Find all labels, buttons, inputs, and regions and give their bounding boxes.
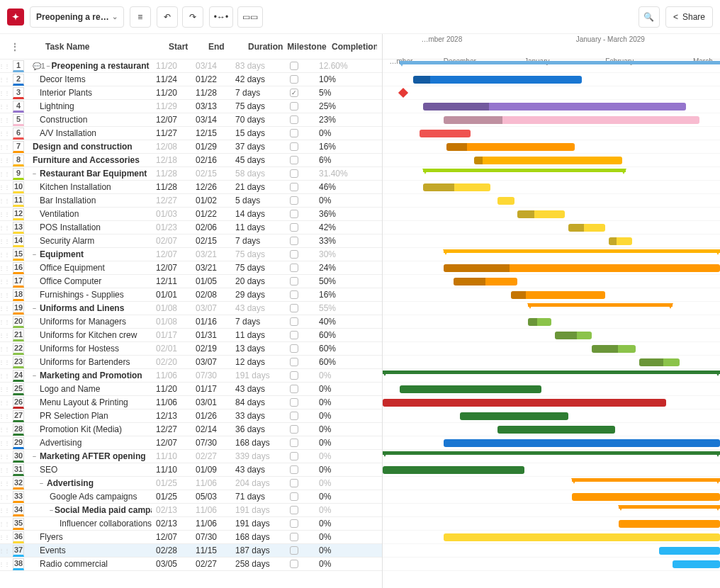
gantt-row[interactable] — [383, 342, 720, 356]
end-cell[interactable]: 11/06 — [191, 519, 231, 528]
drag-handle-icon[interactable]: ⋮⋮ — [0, 103, 9, 110]
milestone-checkbox[interactable] — [290, 465, 298, 474]
milestone-checkbox[interactable] — [290, 62, 298, 70]
task-name-cell[interactable]: Construction — [28, 115, 152, 125]
task-bar[interactable] — [446, 143, 575, 151]
end-cell[interactable]: 02/19 — [191, 344, 231, 354]
milestone-checkbox[interactable] — [290, 412, 298, 420]
start-cell[interactable]: 02/13 — [152, 519, 191, 528]
undo-button[interactable]: ↶ — [157, 6, 178, 28]
drag-handle-icon[interactable]: ⋮⋮ — [0, 521, 9, 527]
milestone-checkbox[interactable] — [290, 385, 298, 393]
task-name-cell[interactable]: Uniforms for Managers — [28, 317, 152, 327]
drag-handle-icon[interactable]: ⋮⋮ — [0, 251, 9, 258]
duration-cell[interactable]: 20 days — [231, 276, 274, 286]
drag-handle-icon[interactable]: ⋮⋮ — [0, 184, 9, 191]
task-name-cell[interactable]: A/V Installation — [28, 128, 152, 138]
table-row[interactable]: ⋮⋮31SEO11/1001/0943 days0% — [0, 463, 382, 477]
gantt-row[interactable] — [383, 261, 720, 275]
table-row[interactable]: ⋮⋮18Furnishings - Supplies01/0102/0829 d… — [0, 288, 382, 302]
collapse-icon[interactable]: – — [47, 62, 50, 69]
drag-handle-icon[interactable]: ⋮⋮ — [0, 400, 9, 406]
task-bar[interactable] — [528, 318, 551, 326]
duration-cell[interactable]: 43 days — [231, 303, 274, 313]
start-cell[interactable]: 01/17 — [152, 330, 191, 340]
completion-cell[interactable]: 0% — [315, 559, 364, 569]
task-name-cell[interactable]: Logo and Name — [28, 384, 152, 394]
end-cell[interactable]: 02/16 — [191, 155, 231, 165]
start-cell[interactable]: 11/20 — [152, 88, 191, 98]
milestone-checkbox[interactable] — [290, 264, 298, 272]
task-bar[interactable] — [383, 399, 666, 407]
duration-cell[interactable]: 14 days — [231, 209, 274, 219]
layout-button[interactable]: ▭▭ — [237, 6, 263, 28]
duration-cell[interactable]: 11 days — [231, 330, 274, 340]
task-name-cell[interactable]: Bar Installation — [28, 196, 152, 205]
table-row[interactable]: ⋮⋮13POS Installation01/2302/0611 days42% — [0, 221, 382, 234]
menu-button[interactable]: ≡ — [130, 6, 151, 28]
duration-cell[interactable]: 11 days — [231, 222, 274, 232]
drag-handle-icon[interactable]: ⋮⋮ — [0, 225, 9, 231]
task-bar[interactable] — [555, 332, 592, 339]
drag-handle-icon[interactable]: ⋮⋮ — [0, 453, 9, 460]
task-name-cell[interactable]: Menu Layout & Printing — [28, 397, 152, 407]
drag-handle-icon[interactable]: ⋮⋮ — [0, 386, 9, 392]
task-name-cell[interactable]: Google Ads campaigns — [28, 492, 152, 502]
table-row[interactable]: ⋮⋮27PR Selection Plan12/1301/2633 days0% — [0, 409, 382, 423]
table-row[interactable]: ⋮⋮38Radio commercial03/0502/27258 days0% — [0, 558, 382, 571]
table-row[interactable]: ⋮⋮25Logo and Name11/2001/1743 days0% — [0, 383, 382, 396]
duration-cell[interactable]: 75 days — [231, 249, 274, 259]
duration-cell[interactable]: 7 days — [231, 317, 274, 327]
milestone-checkbox[interactable] — [290, 439, 298, 447]
task-bar[interactable] — [639, 358, 680, 366]
end-cell[interactable]: 01/22 — [191, 209, 231, 219]
summary-bar[interactable] — [383, 371, 720, 374]
gantt-row[interactable] — [383, 423, 720, 436]
duration-cell[interactable]: 191 days — [231, 371, 274, 380]
collapse-icon[interactable]: – — [33, 251, 38, 258]
start-cell[interactable]: 01/08 — [152, 317, 191, 327]
end-cell[interactable]: 07/30 — [191, 532, 231, 542]
table-row[interactable]: ⋮⋮30–Marketing AFTER opening11/1002/2733… — [0, 450, 382, 463]
duration-cell[interactable]: 83 days — [231, 61, 274, 71]
completion-cell[interactable]: 60% — [315, 344, 364, 354]
milestone-checkbox[interactable] — [290, 304, 298, 312]
milestone-checkbox[interactable] — [290, 210, 298, 218]
end-cell[interactable]: 02/15 — [191, 236, 231, 246]
milestone-checkbox[interactable] — [290, 533, 298, 541]
gantt-row[interactable] — [383, 544, 720, 558]
gantt-row[interactable] — [383, 181, 720, 194]
milestone-checkbox[interactable] — [290, 317, 298, 326]
end-cell[interactable]: 03/14 — [191, 61, 231, 71]
completion-cell[interactable]: 0% — [315, 384, 364, 394]
duration-cell[interactable]: 7 days — [231, 236, 274, 246]
milestone-checkbox[interactable] — [290, 115, 298, 124]
completion-cell[interactable]: 42% — [315, 222, 364, 232]
table-row[interactable]: ⋮⋮1💬1–Preopening a restaurant11/2003/148… — [0, 60, 382, 73]
task-bar[interactable] — [673, 560, 720, 568]
gantt-row[interactable] — [383, 517, 720, 531]
start-cell[interactable]: 12/07 — [152, 263, 191, 273]
task-bar[interactable] — [444, 116, 700, 124]
duration-cell[interactable]: 15 days — [231, 128, 274, 138]
end-cell[interactable]: 03/01 — [191, 397, 231, 407]
search-button[interactable]: 🔍 — [639, 6, 660, 28]
table-row[interactable]: ⋮⋮7Design and construction12/0801/2937 d… — [0, 140, 382, 154]
milestone-checkbox[interactable] — [290, 344, 298, 353]
end-cell[interactable]: 03/07 — [191, 357, 231, 367]
completion-cell[interactable]: 46% — [315, 182, 364, 192]
end-cell[interactable]: 03/21 — [191, 263, 231, 273]
end-cell[interactable]: 01/22 — [191, 74, 231, 84]
app-logo-icon[interactable]: ✦ — [7, 9, 24, 26]
start-cell[interactable]: 02/20 — [152, 357, 191, 367]
end-cell[interactable]: 01/17 — [191, 384, 231, 394]
task-name-cell[interactable]: Design and construction — [28, 142, 152, 152]
table-row[interactable]: ⋮⋮37Events02/2811/15187 days0% — [0, 544, 382, 558]
duration-cell[interactable]: 37 days — [231, 142, 274, 152]
gantt-row[interactable] — [383, 86, 720, 100]
duration-cell[interactable]: 75 days — [231, 263, 274, 273]
drag-handle-icon[interactable]: ⋮⋮ — [0, 117, 9, 123]
drag-handle-icon[interactable]: ⋮⋮ — [0, 346, 9, 352]
task-bar[interactable] — [460, 412, 568, 420]
table-row[interactable]: ⋮⋮16Office Equipment12/0703/2175 days24% — [0, 261, 382, 275]
